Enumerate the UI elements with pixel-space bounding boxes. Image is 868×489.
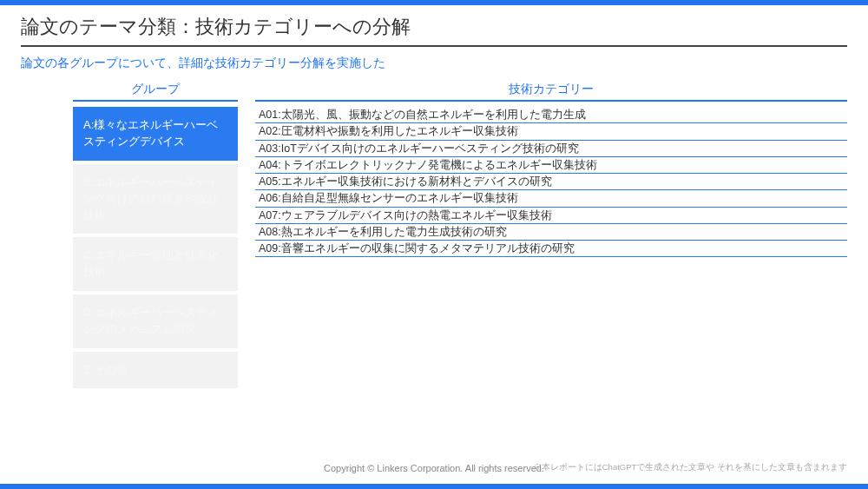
category-item-7: A08:熱エネルギーを利用した電力生成技術の研究	[255, 224, 847, 241]
group-item-3[interactable]: D:エネルギーハーベスティングのメカニズム研究	[73, 294, 238, 348]
subtitle: 論文の各グループについて、詳細な技術カテゴリー分解を実施した	[21, 56, 847, 71]
category-item-8: A09:音響エネルギーの収集に関するメタマテリアル技術の研究	[255, 241, 847, 257]
group-item-2[interactable]: C:エネルギー管理と効率化技術	[73, 237, 238, 291]
category-item-5: A06:自給自足型無線センサーのエネルギー収集技術	[255, 190, 847, 207]
category-item-3: A04:トライボエレクトリックナノ発電機によるエネルギー収集技術	[255, 157, 847, 174]
group-list: A:様々なエネルギーハーベスティングデバイスB:エネルギーハーベスティング向けの…	[73, 107, 238, 388]
category-item-4: A05:エネルギー収集技術における新材料とデバイスの研究	[255, 174, 847, 190]
page-title: 論文のテーマ分類：技術カテゴリーへの分解	[21, 14, 847, 47]
category-column: 技術カテゴリー A01:太陽光、風、振動などの自然エネルギーを利用した電力生成A…	[238, 82, 847, 392]
group-item-4[interactable]: Z:その他	[73, 352, 238, 389]
footer-note: ※本レポートにはChatGPTで生成された文章や それを基にした文章も含まれます	[533, 462, 847, 473]
category-item-0: A01:太陽光、風、振動などの自然エネルギーを利用した電力生成	[255, 107, 847, 123]
category-item-1: A02:圧電材料や振動を利用したエネルギー収集技術	[255, 123, 847, 140]
group-item-0[interactable]: A:様々なエネルギーハーベスティングデバイス	[73, 107, 238, 161]
group-column: グループ A:様々なエネルギーハーベスティングデバイスB:エネルギーハーベスティ…	[21, 82, 238, 392]
slide-content: 論文のテーマ分類：技術カテゴリーへの分解 論文の各グループについて、詳細な技術カ…	[0, 5, 868, 392]
category-item-6: A07:ウェアラブルデバイス向けの熱電エネルギー収集技術	[255, 208, 847, 224]
main-row: グループ A:様々なエネルギーハーベスティングデバイスB:エネルギーハーベスティ…	[21, 82, 847, 392]
category-list: A01:太陽光、風、振動などの自然エネルギーを利用した電力生成A02:圧電材料や…	[255, 107, 847, 257]
group-item-1[interactable]: B:エネルギーハーベスティング向けの材料構造や設計技術	[73, 164, 238, 235]
bottom-accent-bar	[0, 484, 868, 489]
group-column-header: グループ	[73, 82, 238, 102]
category-column-header: 技術カテゴリー	[255, 82, 847, 102]
category-item-2: A03:IoTデバイス向けのエネルギーハーベスティング技術の研究	[255, 141, 847, 157]
